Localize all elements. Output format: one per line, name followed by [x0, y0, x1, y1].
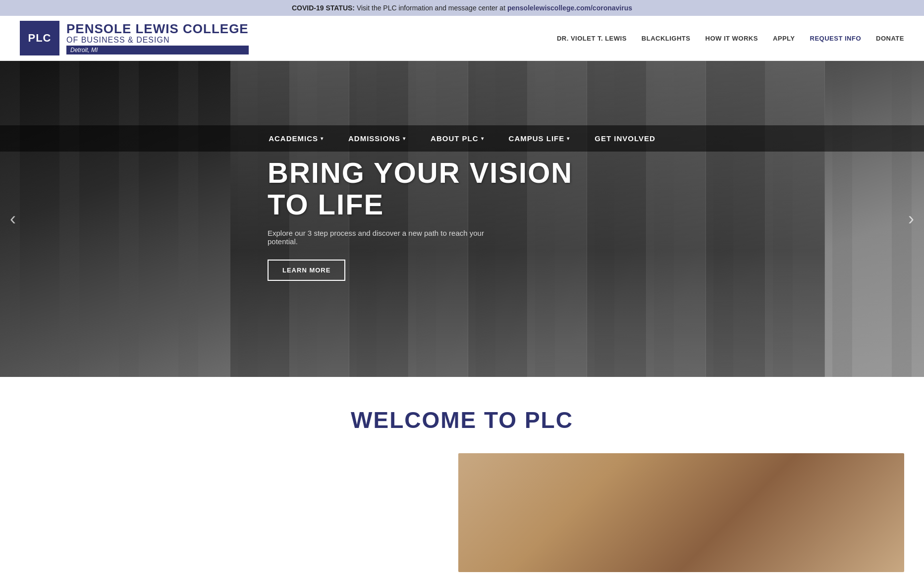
main-nav-admissions[interactable]: ADMISSIONS ▾ — [348, 134, 406, 143]
hero-section: ACADEMICS ▾ ADMISSIONS ▾ ABOUT PLC ▾ CAM… — [0, 61, 924, 377]
logo-location: Detroit, MI — [66, 46, 249, 54]
main-nav-academics[interactable]: ACADEMICS ▾ — [269, 134, 324, 143]
bottom-image-area — [0, 453, 924, 581]
top-nav-links: DR. VIOLET T. LEWIS BLACKLIGHTS HOW IT W… — [557, 35, 904, 42]
cylinder-8 — [647, 61, 706, 377]
hero-subtitle: Explore our 3 step process and discover … — [268, 229, 515, 246]
admissions-chevron: ▾ — [403, 136, 406, 141]
covid-banner: COVID-19 STATUS: Visit the PLC informati… — [0, 0, 924, 16]
covid-message: Visit the PLC information and message ce… — [357, 4, 507, 12]
top-nav: PLC PENSOLE LEWIS COLLEGE OF BUSINESS & … — [0, 16, 924, 61]
academics-chevron: ▾ — [321, 136, 324, 141]
nav-donate[interactable]: DONATE — [876, 35, 904, 42]
hero-content: BRING YOUR VISION TO LIFE Explore our 3 … — [268, 157, 573, 281]
nav-dr-violet[interactable]: DR. VIOLET T. LEWIS — [557, 35, 627, 42]
logo-text-area: PENSOLE LEWIS COLLEGE OF BUSINESS & DESI… — [66, 22, 249, 55]
welcome-section: WELCOME TO PLC — [0, 377, 924, 453]
nav-request-info[interactable]: REQUEST INFO — [810, 35, 862, 42]
logo-title: PENSOLE LEWIS COLLEGE — [66, 22, 249, 36]
nav-how-it-works[interactable]: HOW IT WORKS — [706, 35, 758, 42]
about-chevron: ▾ — [481, 136, 484, 141]
welcome-image — [458, 453, 904, 572]
hero-prev-arrow[interactable]: ‹ — [10, 209, 16, 229]
nav-blacklights[interactable]: BLACKLIGHTS — [642, 35, 691, 42]
nav-apply[interactable]: APPLY — [773, 35, 795, 42]
logo-subtitle: OF BUSINESS & DESIGN — [66, 36, 249, 45]
logo-box: PLC — [20, 21, 59, 55]
welcome-title: WELCOME TO PLC — [20, 407, 904, 433]
cylinder-10 — [765, 61, 825, 377]
main-nav-get-involved[interactable]: GET INVOLVED — [595, 134, 655, 143]
campus-chevron: ▾ — [567, 136, 570, 141]
cylinder-9 — [706, 61, 765, 377]
covid-link[interactable]: pensolelewiscollege.com/coronavirus — [507, 4, 632, 12]
cylinder-7 — [587, 61, 647, 377]
logo-area: PLC PENSOLE LEWIS COLLEGE OF BUSINESS & … — [20, 21, 249, 55]
main-nav-campus-life[interactable]: CAMPUS LIFE ▾ — [509, 134, 570, 143]
covid-label: COVID-19 STATUS: — [292, 4, 355, 12]
hero-next-arrow[interactable]: › — [908, 209, 914, 229]
logo-initials: PLC — [28, 32, 52, 45]
main-nav-about-plc[interactable]: ABOUT PLC ▾ — [431, 134, 484, 143]
hero-learn-more-button[interactable]: LEARN MORE — [268, 260, 345, 281]
hero-title: BRING YOUR VISION TO LIFE — [268, 157, 573, 220]
main-nav: ACADEMICS ▾ ADMISSIONS ▾ ABOUT PLC ▾ CAM… — [0, 125, 924, 152]
